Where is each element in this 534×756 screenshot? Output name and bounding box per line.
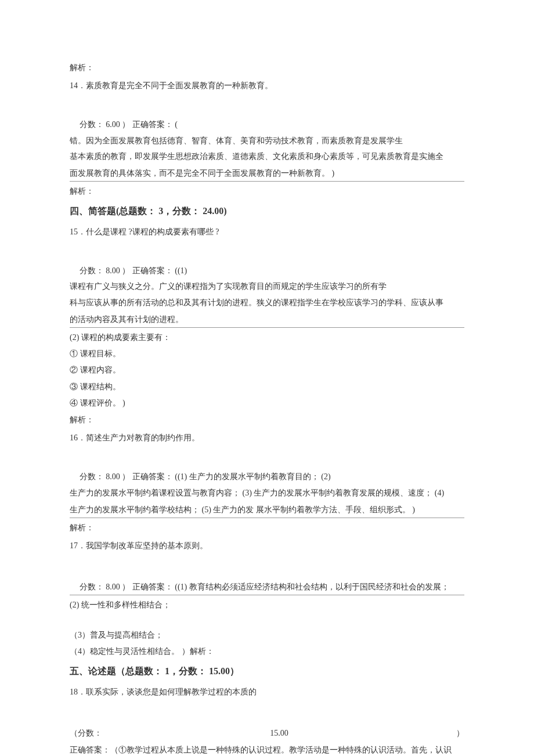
q15-score: 分数： 8.00 ） 正确答案： ((1) (70, 263, 464, 278)
q14-analysis-end: 解析： (70, 184, 464, 198)
q18-score-row: （分数： 15.00 ） (70, 726, 464, 740)
section-5-title: 五、论述题（总题数： 1，分数： 15.00） (70, 663, 464, 680)
q17-item2: (2) 统一性和多样性相结合； (70, 598, 464, 612)
q15-item3: ③ 课程结构。 (70, 379, 464, 394)
spacer (70, 243, 464, 263)
q15-title: 15．什么是课程 ?课程的构成要素有哪些 ? (70, 225, 464, 239)
q16-analysis-end: 解析： (70, 520, 464, 535)
q15-analysis-end: 解析： (70, 413, 464, 427)
spacer (70, 448, 464, 469)
q15-answer-line2: 科与应该从事的所有活动的总和及其有计划的进程。狭义的课程指学生在学校应该学习的学… (70, 295, 464, 310)
q18-score-right: ） (456, 726, 464, 740)
spacer (70, 96, 464, 117)
q15-item1: ① 课程目标。 (70, 346, 464, 361)
q14-title: 14．素质教育是完全不同于全面发展教育的一种新教育。 (70, 78, 464, 93)
q14-score: 分数： 6.00 ） 正确答案： ( (70, 117, 464, 132)
spacer (70, 703, 464, 724)
q17-item4: （4）稳定性与灵活性相结合。 ）解析： (70, 644, 464, 659)
q16-answer-line2: 生产力的发展水平制约着学校结构； (5) 生产力的发 展水平制约着教学方法、手段… (70, 502, 464, 518)
q18-title: 18．联系实际，谈谈您是如何理解教学过程的本质的 (70, 685, 464, 699)
q15-part2: (2) 课程的构成要素主要有： (70, 330, 464, 345)
section-4-title: 四、简答题(总题数： 3，分数： 24.00) (70, 203, 464, 220)
q16-answer-line1: 生产力的发展水平制约着课程设置与教育内容； (3) 生产力的发展水平制约着教育发… (70, 486, 464, 500)
q16-score: 分数： 8.00 ） 正确答案： ((1) 生产力的发展水平制约着教育目的； (… (70, 469, 464, 484)
q18-answer-line1: 正确答案：（①教学过程从本质上说是一种特殊的认识过程。教学活动是一种特殊的认识活… (70, 743, 464, 756)
q17-title: 17．我国学制改革应坚持的基本原则。 (70, 538, 464, 553)
q15-answer-line3: 的活动内容及其有计划的进程。 (70, 312, 464, 328)
q16-title: 16．简述生产力对教育的制约作用。 (70, 431, 464, 445)
q15-item4: ④ 课程评价。 ) (70, 396, 464, 410)
q18-score-left: （分数： (70, 726, 102, 740)
q17-item3: （3）普及与提高相结合； (70, 628, 464, 642)
q18-score-mid: 15.00 (270, 726, 288, 740)
q14-answer-line3: 面发展教育的具体落实，而不是完全不同于全面发展教育的一种新教育。 ) (70, 166, 464, 182)
q17-score: 分数： 8.00 ） 正确答案： ((1) 教育结构必须适应经济结构和社会结构，… (70, 580, 464, 595)
q14-answer-line1: 错。因为全面发展教育包括德育、智育、体育、美育和劳动技术教育，而素质教育是发展学… (70, 133, 464, 148)
q14-answer-line2: 基本素质的教育，即发展学生思想政治素质、道德素质、文化素质和身心素质等，可见素质… (70, 149, 464, 164)
q14-analysis-label: 解析： (70, 60, 464, 75)
q15-item2: ② 课程内容。 (70, 363, 464, 377)
q15-answer-line1: 课程有广义与狭义之分。广义的课程指为了实现教育目的而规定的学生应该学习的所有学 (70, 279, 464, 294)
spacer (70, 556, 464, 577)
spacer (70, 614, 464, 626)
